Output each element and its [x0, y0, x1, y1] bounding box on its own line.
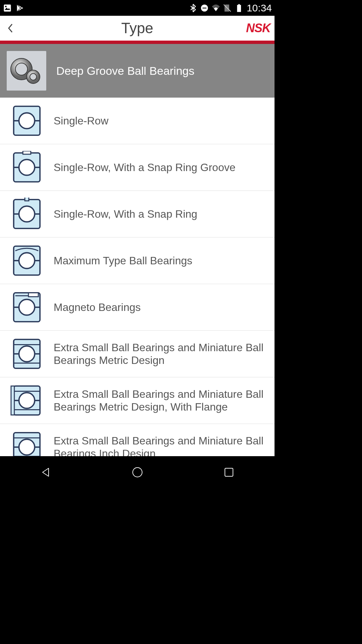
svg-point-58 [133, 468, 142, 477]
status-bar: 10:34 [0, 0, 275, 16]
bearing-mini-inch-icon [10, 431, 43, 456]
brand-logo: NSK [246, 21, 270, 35]
svg-rect-10 [238, 4, 240, 5]
svg-rect-0 [4, 4, 11, 11]
item-label: Magneto Bearings [54, 301, 268, 314]
svg-point-16 [19, 113, 35, 128]
circle-home-icon [131, 466, 143, 478]
item-label: Single-Row, With a Snap Ring [54, 208, 268, 220]
bearing-plain-icon [10, 104, 43, 137]
wifi-icon [211, 3, 221, 13]
svg-point-30 [19, 253, 35, 268]
bearing-snapring-icon [10, 198, 43, 230]
list-item[interactable]: Single-Row, With a Snap Ring [0, 191, 275, 237]
svg-rect-23 [23, 151, 31, 154]
list-item[interactable]: Maximum Type Ball Bearings [0, 237, 275, 284]
svg-rect-28 [25, 198, 29, 201]
dnd-icon [200, 3, 209, 13]
item-icon-wrap [0, 384, 54, 417]
svg-point-14 [30, 73, 37, 80]
app-header: Type NSK [0, 16, 275, 41]
item-label: Maximum Type Ball Bearings [54, 254, 268, 267]
svg-point-39 [19, 346, 35, 362]
svg-point-34 [19, 299, 35, 315]
list-item[interactable]: Single-Row [0, 98, 275, 144]
item-icon-wrap [0, 291, 54, 324]
item-icon-wrap [0, 198, 54, 230]
battery-icon [234, 3, 243, 13]
clock-text: 10:34 [247, 2, 272, 14]
list-item[interactable]: Extra Small Ball Bearings and Miniature … [0, 377, 275, 424]
list-item[interactable]: Extra Small Ball Bearings and Miniature … [0, 331, 275, 377]
type-list[interactable]: Single-RowSingle-Row, With a Snap Ring G… [0, 98, 275, 456]
svg-point-25 [19, 206, 35, 222]
item-label: Single-Row, With a Snap Ring Groove [54, 161, 268, 174]
item-icon-wrap [0, 431, 54, 456]
svg-point-12 [15, 63, 27, 75]
no-sim-icon [223, 3, 232, 13]
svg-point-52 [19, 439, 35, 455]
square-recents-icon [223, 467, 235, 478]
svg-marker-57 [43, 468, 49, 476]
chevron-left-icon [7, 23, 14, 34]
bluetooth-icon [188, 3, 198, 13]
item-icon-wrap [0, 244, 54, 277]
nav-recents-button[interactable] [216, 462, 242, 482]
item-label: Extra Small Ball Bearings and Miniature … [54, 434, 268, 456]
svg-point-45 [19, 392, 35, 408]
gallery-icon [3, 3, 12, 13]
svg-rect-9 [237, 5, 241, 12]
svg-rect-7 [202, 7, 206, 8]
bearing-mini-icon [10, 337, 43, 370]
bearings-photo-icon [10, 54, 43, 88]
category-thumbnail [7, 51, 46, 91]
svg-rect-50 [11, 386, 14, 415]
bearing-mini-flange-icon [10, 384, 43, 417]
bearing-magneto-icon [10, 291, 43, 324]
category-title: Deep Groove Ball Bearings [56, 64, 194, 77]
accent-bar [0, 41, 275, 44]
page-title: Type [121, 20, 153, 37]
bearing-max-icon [10, 244, 43, 277]
nav-back-button[interactable] [33, 462, 59, 482]
item-label: Single-Row [54, 114, 268, 127]
back-button[interactable] [4, 21, 17, 35]
svg-point-2 [5, 6, 7, 7]
list-item[interactable]: Magneto Bearings [0, 284, 275, 331]
item-icon-wrap [0, 151, 54, 184]
svg-point-20 [19, 159, 35, 175]
play-store-icon [15, 3, 25, 13]
list-item[interactable]: Extra Small Ball Bearings and Miniature … [0, 424, 275, 456]
item-label: Extra Small Ball Bearings and Miniature … [54, 388, 268, 414]
list-item[interactable]: Single-Row, With a Snap Ring Groove [0, 144, 275, 191]
svg-rect-37 [28, 293, 38, 297]
item-label: Extra Small Ball Bearings and Miniature … [54, 341, 268, 367]
item-icon-wrap [0, 337, 54, 370]
triangle-back-icon [39, 466, 53, 479]
system-nav-bar [0, 456, 275, 488]
nav-home-button[interactable] [124, 462, 151, 482]
category-header: Deep Groove Ball Bearings [0, 44, 275, 98]
item-icon-wrap [0, 104, 54, 137]
svg-rect-59 [225, 468, 233, 476]
bearing-groove-icon [10, 151, 43, 184]
